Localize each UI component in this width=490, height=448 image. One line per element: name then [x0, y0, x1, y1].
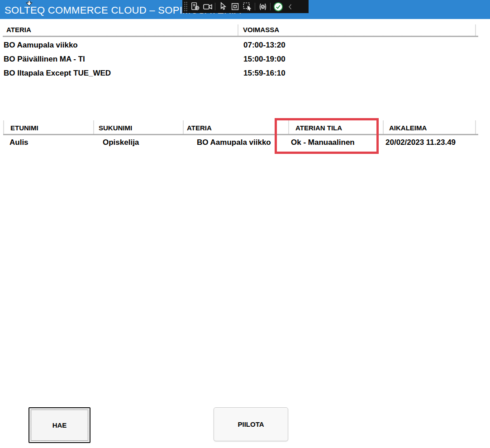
column-header-aikaleima[interactable]: AIKALEIMA: [389, 124, 427, 132]
table-row[interactable]: Aulis Opiskelija BO Aamupala viikko Ok -…: [3, 137, 479, 151]
column-header-aterian-tila[interactable]: ATERIAN TILA: [295, 124, 342, 132]
table-row[interactable]: BO Aamupala viikko 07:00-13:20: [3, 40, 478, 53]
column-header-ateria[interactable]: ATERIA: [6, 26, 31, 33]
cell-ateria: BO Iltapala Except TUE_WED: [4, 69, 111, 78]
column-divider: [475, 120, 476, 134]
column-divider: [93, 120, 94, 134]
column-header-etunimi[interactable]: ETUNIMI: [10, 124, 38, 132]
header-underline: [3, 134, 478, 135]
toolbar-drag-handle[interactable]: [183, 1, 188, 12]
piilota-button[interactable]: PIILOTA: [214, 407, 288, 441]
column-divider: [383, 120, 384, 134]
cursor-icon[interactable]: [217, 0, 229, 13]
column-divider: [475, 24, 476, 36]
mouse-cursor-icon: [26, 0, 33, 8]
code-gear-icon[interactable]: [257, 0, 269, 13]
cell-voimassa: 15:59-16:10: [243, 69, 285, 78]
header-underline: [3, 36, 478, 37]
cell-voimassa: 07:00-13:20: [243, 41, 285, 50]
cell-sukunimi: Opiskelija: [103, 138, 139, 147]
recorder-settings-icon[interactable]: [189, 0, 201, 13]
column-divider: [3, 120, 4, 134]
recorder-toolbar: [182, 0, 309, 13]
region-select-icon[interactable]: [229, 0, 241, 13]
cell-aterian-tila: Ok - Manuaalinen: [291, 138, 355, 147]
check-success-icon[interactable]: [272, 0, 284, 13]
column-header-ateria[interactable]: ATERIA: [187, 124, 212, 132]
cell-ateria: BO Päivällinen MA - TI: [4, 55, 85, 64]
cell-etunimi: Aulis: [10, 138, 29, 147]
cell-ateria: BO Aamupala viikko: [4, 41, 78, 50]
column-divider: [183, 120, 184, 134]
column-header-sukunimi[interactable]: SUKUNIMI: [99, 124, 132, 132]
video-camera-icon[interactable]: [201, 0, 214, 13]
cell-aikaleima: 20/02/2023 11.23.49: [385, 138, 456, 147]
cell-voimassa: 15:00-19:00: [243, 55, 285, 64]
column-divider: [238, 24, 238, 36]
column-header-voimassa[interactable]: VOIMASSA: [243, 26, 279, 33]
chevron-left-icon[interactable]: [284, 0, 296, 13]
selection-cursor-icon[interactable]: [241, 0, 253, 13]
toolbar-separator: [255, 3, 255, 10]
toolbar-separator: [215, 3, 215, 10]
table-row[interactable]: BO Päivällinen MA - TI 15:00-19:00: [3, 54, 478, 67]
column-divider: [288, 120, 289, 134]
table-row[interactable]: BO Iltapala Except TUE_WED 15:59-16:10: [3, 68, 478, 81]
cell-ateria: BO Aamupala viikko: [197, 138, 271, 147]
toolbar-separator: [270, 3, 271, 10]
hae-button[interactable]: HAE: [29, 407, 90, 443]
